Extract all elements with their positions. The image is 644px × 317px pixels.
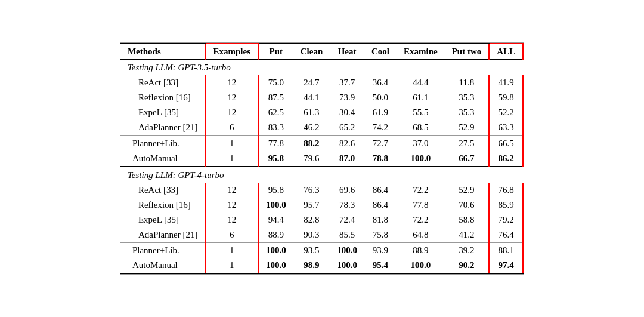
table-row: ExpeL [35]1262.561.330.461.955.535.352.2 <box>120 105 523 120</box>
col-puttwo: Put two <box>445 44 490 60</box>
col-all: ALL <box>489 44 523 60</box>
table-row: AdaPlanner [21]683.346.265.274.268.552.9… <box>120 120 523 136</box>
col-cool: Cool <box>364 44 397 60</box>
section-header-1: Testing LLM: GPT-4-turbo <box>120 167 523 183</box>
table-row: AutoManual1100.098.9100.095.4100.090.297… <box>120 258 523 273</box>
results-table: Methods Examples Put Clean Heat Cool Exa… <box>120 43 524 274</box>
table-row: ExpeL [35]1294.482.872.481.872.258.879.2 <box>120 213 523 227</box>
table-row: AdaPlanner [21]688.990.385.575.864.841.2… <box>120 227 523 243</box>
table-header: Methods Examples Put Clean Heat Cool Exa… <box>120 44 523 60</box>
col-examples: Examples <box>205 44 258 60</box>
table-row: Reflexion [16]1287.544.173.950.061.135.3… <box>120 90 523 105</box>
table-row: Reflexion [16]12100.095.778.386.477.870.… <box>120 198 523 213</box>
table-row: ReAct [33]1275.024.737.736.444.411.841.9 <box>120 75 523 90</box>
table-container: Methods Examples Put Clean Heat Cool Exa… <box>120 42 524 275</box>
section-header-0: Testing LLM: GPT-3.5-turbo <box>120 60 523 76</box>
col-put: Put <box>258 44 293 60</box>
col-clean: Clean <box>293 44 330 60</box>
table-row: Planner+Lib.177.888.282.672.737.027.566.… <box>120 136 523 151</box>
col-methods: Methods <box>120 44 206 60</box>
table-row: Planner+Lib.1100.093.5100.093.988.939.28… <box>120 243 523 258</box>
table-row: ReAct [33]1295.876.369.686.472.252.976.8 <box>120 183 523 198</box>
col-examine: Examine <box>397 44 445 60</box>
col-heat: Heat <box>330 44 364 60</box>
table-row: AutoManual195.879.687.078.8100.066.786.2 <box>120 151 523 167</box>
